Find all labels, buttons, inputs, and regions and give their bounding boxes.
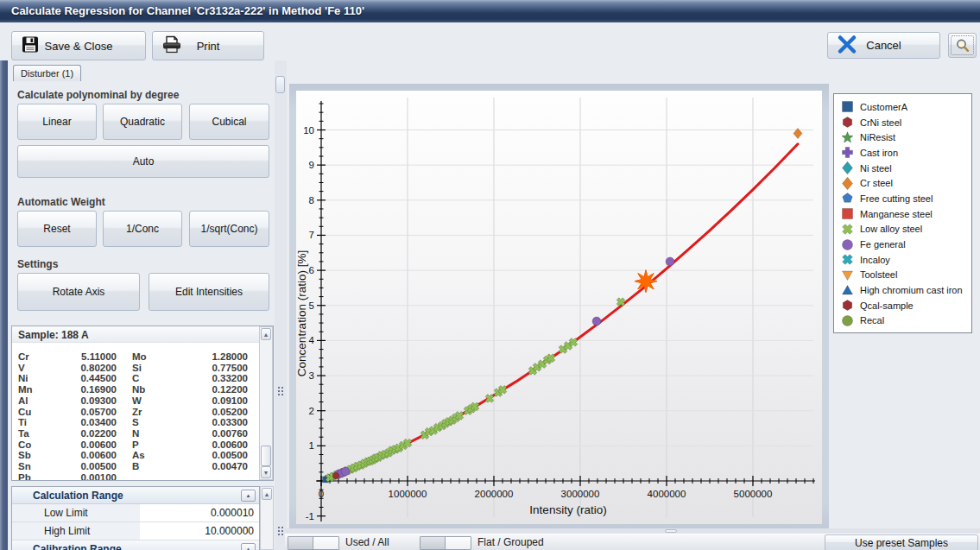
legend-diamond-icon [841, 177, 854, 190]
ranges-scroll-up-arrow-icon[interactable]: ▲ [262, 488, 272, 500]
svg-text:1: 1 [309, 440, 314, 451]
sample-row: V0.80200Si0.77500 [12, 363, 258, 374]
tab-disturber[interactable]: Disturber (1) [13, 65, 81, 81]
svg-text:10: 10 [303, 125, 314, 136]
legend-item: Recal [841, 313, 971, 329]
svg-text:5: 5 [309, 300, 314, 311]
calibration-range-header: Calibration Range ▲ [12, 541, 259, 550]
collapse-calculation-range-button[interactable]: ▲ [241, 490, 256, 502]
high-limit-value-field[interactable]: 10.000000 [140, 522, 259, 540]
high-limit-row: High Limit 10.000000 [12, 522, 259, 541]
legend-plus-icon [841, 146, 854, 159]
regression-chart-canvas[interactable]: -112345678910010000002000000300000040000… [296, 91, 822, 524]
window-title: Calculate Regression for Channel 'Cr3132… [0, 0, 980, 22]
legend-item: CrNi steel [841, 115, 971, 130]
rotate-axis-button[interactable]: Rotate Axis [17, 273, 140, 311]
legend-item-label: Qcal-sample [860, 300, 914, 311]
quadratic-button[interactable]: Quadratic [103, 104, 182, 140]
use-preset-samples-button[interactable]: Use preset Samples [825, 534, 978, 550]
low-limit-label: Low Limit [12, 504, 140, 522]
legend-triangle-up-icon [841, 284, 854, 297]
save-icon [21, 35, 40, 57]
print-label: Print [197, 40, 220, 53]
collapse-calibration-range-button[interactable]: ▲ [241, 543, 256, 550]
cancel-button[interactable]: Cancel [827, 32, 940, 59]
legend-item: Qcal-sample [841, 298, 971, 313]
legend-item-label: Free cutting steel [860, 193, 933, 204]
svg-text:1000000: 1000000 [389, 489, 427, 499]
legend-item-label: CrNi steel [860, 117, 901, 128]
legend-item: NiResist [841, 130, 971, 145]
linear-button[interactable]: Linear [17, 104, 97, 140]
legend-item: Cr steel [841, 175, 971, 191]
legend-item-label: Low alloy steel [860, 224, 922, 234]
svg-text:6: 6 [309, 265, 314, 275]
cancel-label: Cancel [866, 39, 901, 52]
scroll-down-arrow-icon[interactable]: ▼ [261, 466, 271, 478]
legend-circle-icon [841, 314, 854, 327]
legend-item-label: CustomerA [860, 102, 907, 112]
cancel-x-icon [837, 34, 857, 57]
low-limit-row: Low Limit 0.000010 [12, 504, 259, 522]
sample-row: Cu0.05700Zr0.05200 [12, 407, 258, 418]
legend-xshape-icon [841, 253, 854, 266]
flat-grouped-toggle-right-segment[interactable] [446, 537, 471, 549]
regression-chart[interactable]: -112345678910010000002000000300000040000… [296, 91, 822, 524]
used-all-toggle-left-segment[interactable] [288, 537, 313, 549]
sample-row: Co0.00600P0.00600 [12, 439, 258, 451]
flat-grouped-label: Flat / Grouped [477, 536, 544, 548]
legend-hexagon-icon [841, 116, 854, 129]
legend-item-label: Cr steel [860, 178, 893, 188]
sample-row: Al0.09300W0.09100 [12, 395, 258, 407]
low-limit-value-field[interactable]: 0.000010 [140, 504, 259, 522]
chart-options-bar: Used / All Flat / Grouped Use preset Sam… [285, 534, 980, 550]
scroll-up-arrow-icon[interactable]: ▲ [261, 328, 271, 340]
save-close-button[interactable]: Save & Close [11, 31, 146, 60]
sample-row: Ta0.02200N0.00760 [12, 428, 258, 439]
sample-row: Pb0.00100 [12, 472, 258, 481]
legend-star5-icon [841, 131, 854, 144]
legend-item: Incaloy [841, 252, 971, 268]
splitter-handle[interactable] [275, 76, 285, 93]
bottom-splitter-handle[interactable] [665, 529, 677, 533]
cubical-button[interactable]: Cubical [189, 104, 269, 140]
range-settings-panel: Calculation Range ▲ Low Limit 0.000010 H… [11, 486, 260, 550]
legend-item: Manganese steel [841, 206, 971, 222]
legend-item-label: Ni steel [860, 163, 892, 174]
flat-grouped-toggle[interactable] [420, 536, 471, 550]
flat-grouped-toggle-left-segment[interactable] [420, 537, 446, 549]
regression-chart-panel: -112345678910010000002000000300000040000… [289, 84, 829, 528]
sample-row: Mn0.16900Nb0.12200 [12, 384, 258, 395]
legend-item: Free cutting steel [841, 191, 971, 206]
sample-row: Sb0.00600As0.00500 [12, 450, 258, 461]
zoom-tool-button[interactable] [948, 33, 977, 58]
sample-scrollbar-thumb[interactable] [261, 446, 271, 466]
ranges-scrollbar[interactable]: ▲ [260, 486, 274, 550]
one-over-sqrt-conc-button[interactable]: 1/sqrt(Conc) [189, 211, 269, 247]
magnifier-icon [951, 35, 974, 55]
reset-button[interactable]: Reset [17, 211, 97, 247]
print-button[interactable]: Print [152, 31, 264, 60]
auto-button[interactable]: Auto [17, 145, 269, 178]
panel-splitter[interactable] [275, 60, 287, 550]
used-all-toggle[interactable] [288, 536, 339, 550]
used-all-toggle-right-segment[interactable] [313, 537, 338, 549]
legend-item-label: Toolsteel [860, 269, 897, 280]
legend-item: Fe general [841, 237, 971, 252]
sample-scrollbar[interactable]: ▲ ▼ [259, 326, 273, 480]
legend-diamond-icon [841, 161, 854, 174]
legend-item-label: Manganese steel [860, 209, 933, 219]
svg-text:0: 0 [319, 489, 324, 499]
legend-hexagon-icon [841, 299, 854, 312]
edit-intensities-button[interactable]: Edit Intensities [149, 273, 269, 311]
legend-item-label: Recal [860, 315, 884, 326]
legend-item: Low alloy steel [841, 222, 971, 237]
svg-text:7: 7 [309, 230, 314, 240]
svg-text:Concentration (ratio) [%]: Concentration (ratio) [%] [296, 250, 308, 376]
sample-title: Sample: 188 A [12, 326, 273, 343]
svg-text:2: 2 [309, 406, 314, 416]
one-over-conc-button[interactable]: 1/Conc [103, 211, 182, 247]
legend-item-label: Incaloy [860, 255, 890, 265]
legend-circle-icon [841, 238, 854, 251]
settings-section-title: Settings [17, 258, 58, 270]
